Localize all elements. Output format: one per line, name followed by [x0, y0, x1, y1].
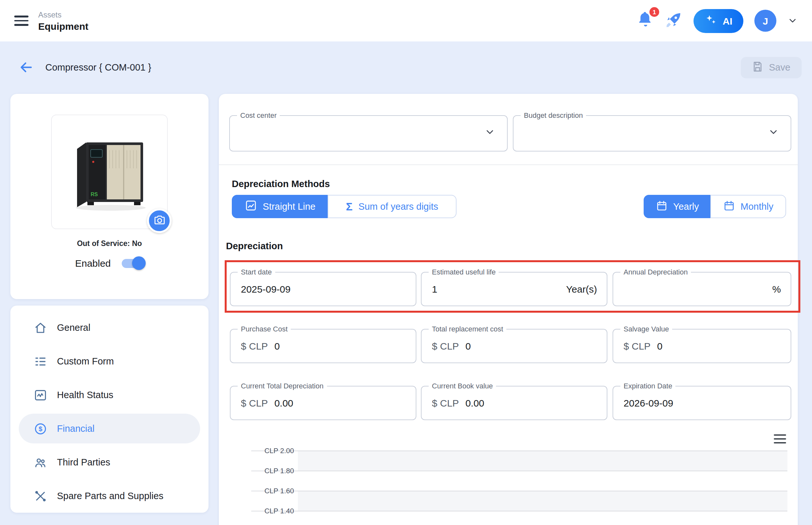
- cost-center-select[interactable]: Cost center: [229, 115, 508, 151]
- health-chart-icon: [34, 388, 47, 402]
- top-bar-actions: 1 AI J: [637, 9, 798, 33]
- notification-badge: 1: [649, 7, 659, 17]
- asset-image: RS: [51, 115, 168, 229]
- people-icon: [34, 455, 47, 469]
- field-suffix: Year(s): [566, 272, 597, 305]
- currency-prefix: $ CLP: [241, 341, 268, 351]
- sidebar-item-general[interactable]: General: [10, 311, 208, 344]
- method-label: Sum of years digits: [358, 201, 438, 212]
- sidebar-item-label: Third Parties: [57, 457, 110, 467]
- chevron-down-icon[interactable]: [787, 16, 798, 26]
- save-button-label: Save: [769, 62, 790, 73]
- enabled-toggle[interactable]: [122, 259, 144, 268]
- period-label: Yearly: [673, 201, 699, 212]
- field-value: 0: [274, 341, 280, 351]
- chevron-down-icon: [484, 126, 496, 140]
- notifications-button[interactable]: 1: [637, 11, 654, 30]
- sidebar-item-custom-form[interactable]: Custom Form: [10, 344, 208, 378]
- compressor-illustration: RS: [61, 123, 157, 221]
- budget-description-label: Budget description: [521, 111, 586, 119]
- period-label: Monthly: [740, 201, 773, 212]
- depreciation-section-title: Depreciation: [226, 241, 283, 251]
- sidebar-item-spare-parts[interactable]: Spare Parts and Supplies: [10, 479, 208, 513]
- currency-prefix: $ CLP: [241, 397, 268, 408]
- trend-chart-icon: [245, 199, 257, 214]
- total-replacement-cost-field[interactable]: Total replacement cost $ CLP 0: [421, 329, 607, 363]
- chart-menu-icon[interactable]: [774, 434, 786, 444]
- current-total-depreciation-field[interactable]: Current Total Depreciation $ CLP 0.00: [230, 386, 416, 420]
- sidebar-item-third-parties[interactable]: Third Parties: [10, 445, 208, 479]
- sparkle-icon: [705, 13, 718, 28]
- currency-prefix: $ CLP: [623, 341, 650, 351]
- calendar-icon: [655, 200, 667, 213]
- field-value: 0.00: [465, 397, 484, 408]
- budget-description-select[interactable]: Budget description: [513, 115, 791, 151]
- dollar-icon: $: [34, 422, 47, 435]
- sidebar-item-label: Financial: [57, 423, 94, 434]
- breadcrumb: Assets Equipment: [38, 10, 88, 31]
- method-toggle-group: Straight Line Σ Sum of years digits: [232, 195, 457, 218]
- field-label: Annual Depreciation: [620, 268, 691, 276]
- toggle-knob: [132, 256, 146, 270]
- camera-button[interactable]: [147, 208, 172, 233]
- rocket-button[interactable]: [665, 11, 682, 31]
- chart-gridline: [251, 511, 787, 511]
- form-icon: [34, 355, 47, 368]
- sidebar-item-label: Spare Parts and Supplies: [57, 491, 163, 501]
- current-book-value-field[interactable]: Current Book value $ CLP 0.00: [421, 386, 607, 420]
- annual-depreciation-field[interactable]: Annual Depreciation %: [612, 272, 791, 306]
- period-monthly-button[interactable]: Monthly: [710, 195, 786, 218]
- y-axis-tick: CLP 1.60: [245, 487, 294, 495]
- chart-gridline: [251, 470, 787, 471]
- expiration-date-field[interactable]: Expiration Date 2026-09-09: [612, 386, 791, 420]
- asset-summary-card: RS Out of Service: No Enabled: [10, 94, 208, 299]
- ai-button[interactable]: AI: [694, 9, 743, 33]
- sidebar-item-health-status[interactable]: Health Status: [10, 378, 208, 412]
- y-axis-tick: CLP 1.40: [245, 507, 294, 515]
- method-straight-line-button[interactable]: Straight Line: [232, 195, 328, 218]
- breadcrumb-section: Assets: [38, 10, 88, 19]
- chart-gridline: [251, 451, 787, 451]
- method-sum-of-years-button[interactable]: Σ Sum of years digits: [328, 195, 457, 218]
- salvage-value-field[interactable]: Salvage Value $ CLP 0: [612, 329, 791, 363]
- page-title: Equipment: [38, 20, 88, 31]
- menu-icon[interactable]: [14, 16, 29, 26]
- asset-toolbar: Compressor { COM-001 } Save: [0, 55, 812, 80]
- field-label: Estimated useful life: [429, 268, 499, 276]
- period-toggle-group: Yearly Monthly: [644, 195, 786, 218]
- tools-icon: [34, 489, 47, 502]
- back-button[interactable]: [18, 60, 34, 75]
- ai-button-label: AI: [723, 15, 732, 26]
- app-viewport: Assets Equipment 1: [0, 0, 812, 525]
- start-date-field[interactable]: Start date 2025-09-09: [230, 272, 416, 306]
- enabled-label: Enabled: [75, 258, 111, 269]
- sidebar-item-label: General: [57, 322, 90, 333]
- period-yearly-button[interactable]: Yearly: [644, 195, 710, 218]
- sidebar-item-financial[interactable]: $ Financial: [19, 414, 200, 444]
- currency-prefix: $ CLP: [432, 397, 459, 408]
- avatar[interactable]: J: [754, 10, 777, 32]
- sidebar-item-label: Health Status: [57, 390, 113, 400]
- chart-band: [298, 451, 787, 470]
- useful-life-field[interactable]: Estimated useful life 1 Year(s): [421, 272, 607, 306]
- divider: [219, 164, 798, 165]
- save-icon: [752, 61, 764, 74]
- purchase-cost-field[interactable]: Purchase Cost $ CLP 0: [230, 329, 416, 363]
- field-value: 1: [432, 284, 438, 295]
- cost-center-label: Cost center: [237, 111, 280, 119]
- field-value: 0.00: [274, 397, 293, 408]
- out-of-service-label: Out of Service: No: [10, 240, 208, 247]
- asset-section-nav: General Custom Form Health Status $ Fina…: [10, 305, 208, 513]
- depreciation-methods-title: Depreciation Methods: [232, 179, 330, 189]
- field-value: 0: [657, 341, 662, 351]
- enabled-row: Enabled: [10, 258, 208, 269]
- chevron-down-icon: [768, 126, 779, 140]
- calendar-icon: [723, 200, 735, 213]
- save-button[interactable]: Save: [741, 57, 802, 78]
- field-value: 0: [465, 341, 471, 351]
- y-axis-tick: CLP 1.80: [245, 467, 294, 475]
- asset-title: Compressor { COM-001 }: [45, 62, 151, 73]
- svg-text:$: $: [39, 425, 42, 432]
- field-value: 2025-09-09: [241, 284, 291, 295]
- svg-text:RS: RS: [91, 191, 98, 197]
